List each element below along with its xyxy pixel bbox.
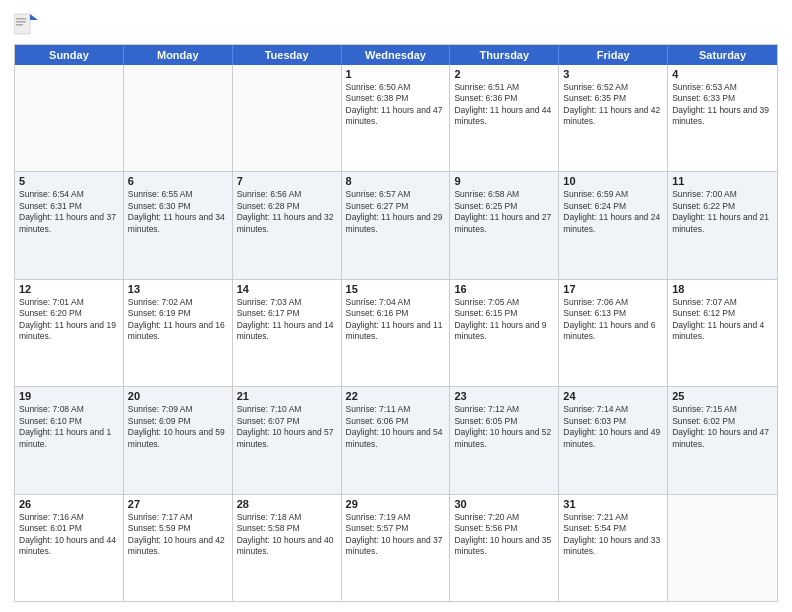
- day-cell-17: 17Sunrise: 7:06 AM Sunset: 6:13 PM Dayli…: [559, 280, 668, 386]
- day-info: Sunrise: 7:10 AM Sunset: 6:07 PM Dayligh…: [237, 404, 337, 450]
- day-number: 14: [237, 283, 337, 295]
- day-number: 18: [672, 283, 773, 295]
- day-cell-14: 14Sunrise: 7:03 AM Sunset: 6:17 PM Dayli…: [233, 280, 342, 386]
- day-number: 22: [346, 390, 446, 402]
- day-info: Sunrise: 7:18 AM Sunset: 5:58 PM Dayligh…: [237, 512, 337, 558]
- day-number: 23: [454, 390, 554, 402]
- day-info: Sunrise: 7:02 AM Sunset: 6:19 PM Dayligh…: [128, 297, 228, 343]
- day-info: Sunrise: 6:59 AM Sunset: 6:24 PM Dayligh…: [563, 189, 663, 235]
- day-cell-29: 29Sunrise: 7:19 AM Sunset: 5:57 PM Dayli…: [342, 495, 451, 601]
- calendar-row-0: 1Sunrise: 6:50 AM Sunset: 6:38 PM Daylig…: [15, 65, 777, 172]
- day-number: 19: [19, 390, 119, 402]
- day-cell-27: 27Sunrise: 7:17 AM Sunset: 5:59 PM Dayli…: [124, 495, 233, 601]
- empty-cell-0-2: [233, 65, 342, 171]
- day-number: 3: [563, 68, 663, 80]
- day-info: Sunrise: 6:58 AM Sunset: 6:25 PM Dayligh…: [454, 189, 554, 235]
- day-info: Sunrise: 7:01 AM Sunset: 6:20 PM Dayligh…: [19, 297, 119, 343]
- day-info: Sunrise: 7:16 AM Sunset: 6:01 PM Dayligh…: [19, 512, 119, 558]
- day-info: Sunrise: 7:08 AM Sunset: 6:10 PM Dayligh…: [19, 404, 119, 450]
- day-number: 1: [346, 68, 446, 80]
- day-info: Sunrise: 7:11 AM Sunset: 6:06 PM Dayligh…: [346, 404, 446, 450]
- day-number: 31: [563, 498, 663, 510]
- day-cell-28: 28Sunrise: 7:18 AM Sunset: 5:58 PM Dayli…: [233, 495, 342, 601]
- page: SundayMondayTuesdayWednesdayThursdayFrid…: [0, 0, 792, 612]
- calendar-row-1: 5Sunrise: 6:54 AM Sunset: 6:31 PM Daylig…: [15, 172, 777, 279]
- day-cell-24: 24Sunrise: 7:14 AM Sunset: 6:03 PM Dayli…: [559, 387, 668, 493]
- day-number: 12: [19, 283, 119, 295]
- day-number: 11: [672, 175, 773, 187]
- day-number: 2: [454, 68, 554, 80]
- weekday-header-wednesday: Wednesday: [342, 45, 451, 65]
- day-cell-12: 12Sunrise: 7:01 AM Sunset: 6:20 PM Dayli…: [15, 280, 124, 386]
- day-cell-16: 16Sunrise: 7:05 AM Sunset: 6:15 PM Dayli…: [450, 280, 559, 386]
- calendar-row-4: 26Sunrise: 7:16 AM Sunset: 6:01 PM Dayli…: [15, 495, 777, 601]
- day-info: Sunrise: 7:06 AM Sunset: 6:13 PM Dayligh…: [563, 297, 663, 343]
- day-info: Sunrise: 7:12 AM Sunset: 6:05 PM Dayligh…: [454, 404, 554, 450]
- day-info: Sunrise: 7:05 AM Sunset: 6:15 PM Dayligh…: [454, 297, 554, 343]
- day-cell-23: 23Sunrise: 7:12 AM Sunset: 6:05 PM Dayli…: [450, 387, 559, 493]
- day-number: 21: [237, 390, 337, 402]
- day-info: Sunrise: 6:50 AM Sunset: 6:38 PM Dayligh…: [346, 82, 446, 128]
- day-cell-7: 7Sunrise: 6:56 AM Sunset: 6:28 PM Daylig…: [233, 172, 342, 278]
- day-info: Sunrise: 6:51 AM Sunset: 6:36 PM Dayligh…: [454, 82, 554, 128]
- weekday-header-tuesday: Tuesday: [233, 45, 342, 65]
- day-number: 28: [237, 498, 337, 510]
- svg-rect-2: [16, 18, 26, 20]
- day-cell-13: 13Sunrise: 7:02 AM Sunset: 6:19 PM Dayli…: [124, 280, 233, 386]
- day-number: 27: [128, 498, 228, 510]
- empty-cell-4-6: [668, 495, 777, 601]
- calendar-row-3: 19Sunrise: 7:08 AM Sunset: 6:10 PM Dayli…: [15, 387, 777, 494]
- weekday-header-friday: Friday: [559, 45, 668, 65]
- day-info: Sunrise: 7:00 AM Sunset: 6:22 PM Dayligh…: [672, 189, 773, 235]
- svg-rect-3: [16, 21, 26, 23]
- day-cell-25: 25Sunrise: 7:15 AM Sunset: 6:02 PM Dayli…: [668, 387, 777, 493]
- day-info: Sunrise: 6:52 AM Sunset: 6:35 PM Dayligh…: [563, 82, 663, 128]
- day-cell-19: 19Sunrise: 7:08 AM Sunset: 6:10 PM Dayli…: [15, 387, 124, 493]
- day-number: 4: [672, 68, 773, 80]
- day-cell-30: 30Sunrise: 7:20 AM Sunset: 5:56 PM Dayli…: [450, 495, 559, 601]
- calendar-body: 1Sunrise: 6:50 AM Sunset: 6:38 PM Daylig…: [15, 65, 777, 601]
- logo: [14, 10, 42, 38]
- day-number: 15: [346, 283, 446, 295]
- day-info: Sunrise: 7:04 AM Sunset: 6:16 PM Dayligh…: [346, 297, 446, 343]
- day-number: 6: [128, 175, 228, 187]
- weekday-header-monday: Monday: [124, 45, 233, 65]
- weekday-header-thursday: Thursday: [450, 45, 559, 65]
- header: [14, 10, 778, 38]
- svg-marker-1: [30, 14, 38, 20]
- day-info: Sunrise: 7:20 AM Sunset: 5:56 PM Dayligh…: [454, 512, 554, 558]
- day-cell-21: 21Sunrise: 7:10 AM Sunset: 6:07 PM Dayli…: [233, 387, 342, 493]
- day-info: Sunrise: 7:09 AM Sunset: 6:09 PM Dayligh…: [128, 404, 228, 450]
- day-number: 16: [454, 283, 554, 295]
- day-number: 9: [454, 175, 554, 187]
- day-number: 10: [563, 175, 663, 187]
- day-cell-1: 1Sunrise: 6:50 AM Sunset: 6:38 PM Daylig…: [342, 65, 451, 171]
- day-cell-2: 2Sunrise: 6:51 AM Sunset: 6:36 PM Daylig…: [450, 65, 559, 171]
- day-number: 26: [19, 498, 119, 510]
- weekday-header-sunday: Sunday: [15, 45, 124, 65]
- svg-rect-4: [16, 24, 23, 26]
- day-number: 7: [237, 175, 337, 187]
- day-info: Sunrise: 7:15 AM Sunset: 6:02 PM Dayligh…: [672, 404, 773, 450]
- day-number: 20: [128, 390, 228, 402]
- day-info: Sunrise: 6:55 AM Sunset: 6:30 PM Dayligh…: [128, 189, 228, 235]
- calendar: SundayMondayTuesdayWednesdayThursdayFrid…: [14, 44, 778, 602]
- day-number: 30: [454, 498, 554, 510]
- day-number: 24: [563, 390, 663, 402]
- day-cell-6: 6Sunrise: 6:55 AM Sunset: 6:30 PM Daylig…: [124, 172, 233, 278]
- day-cell-5: 5Sunrise: 6:54 AM Sunset: 6:31 PM Daylig…: [15, 172, 124, 278]
- day-info: Sunrise: 6:56 AM Sunset: 6:28 PM Dayligh…: [237, 189, 337, 235]
- day-cell-11: 11Sunrise: 7:00 AM Sunset: 6:22 PM Dayli…: [668, 172, 777, 278]
- day-info: Sunrise: 6:54 AM Sunset: 6:31 PM Dayligh…: [19, 189, 119, 235]
- logo-icon: [14, 10, 38, 38]
- day-info: Sunrise: 7:14 AM Sunset: 6:03 PM Dayligh…: [563, 404, 663, 450]
- day-cell-4: 4Sunrise: 6:53 AM Sunset: 6:33 PM Daylig…: [668, 65, 777, 171]
- day-info: Sunrise: 7:19 AM Sunset: 5:57 PM Dayligh…: [346, 512, 446, 558]
- day-info: Sunrise: 7:03 AM Sunset: 6:17 PM Dayligh…: [237, 297, 337, 343]
- day-cell-18: 18Sunrise: 7:07 AM Sunset: 6:12 PM Dayli…: [668, 280, 777, 386]
- day-number: 5: [19, 175, 119, 187]
- day-cell-31: 31Sunrise: 7:21 AM Sunset: 5:54 PM Dayli…: [559, 495, 668, 601]
- day-cell-10: 10Sunrise: 6:59 AM Sunset: 6:24 PM Dayli…: [559, 172, 668, 278]
- day-cell-15: 15Sunrise: 7:04 AM Sunset: 6:16 PM Dayli…: [342, 280, 451, 386]
- day-number: 25: [672, 390, 773, 402]
